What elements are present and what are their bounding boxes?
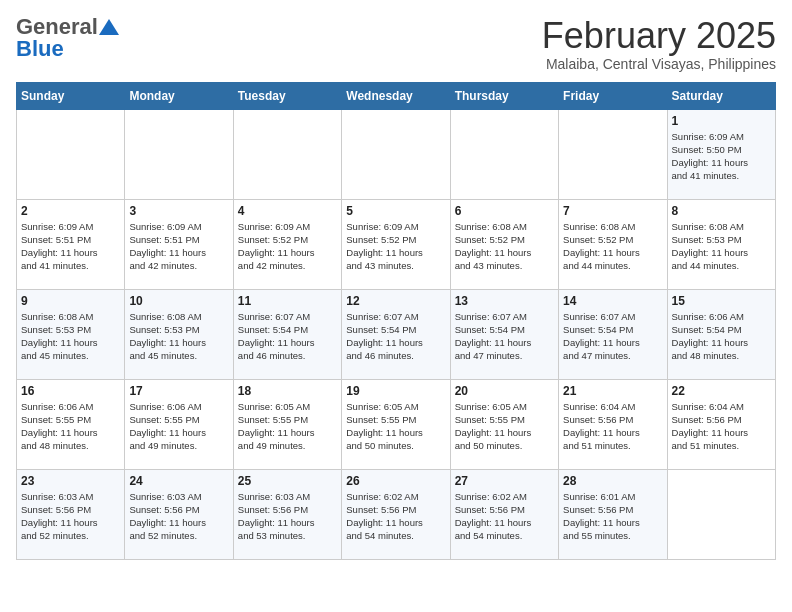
calendar-cell: 21Sunrise: 6:04 AM Sunset: 5:56 PM Dayli… [559, 379, 667, 469]
calendar-cell: 23Sunrise: 6:03 AM Sunset: 5:56 PM Dayli… [17, 469, 125, 559]
calendar-cell: 20Sunrise: 6:05 AM Sunset: 5:55 PM Dayli… [450, 379, 558, 469]
day-info: Sunrise: 6:08 AM Sunset: 5:52 PM Dayligh… [563, 220, 662, 273]
calendar-cell: 8Sunrise: 6:08 AM Sunset: 5:53 PM Daylig… [667, 199, 775, 289]
title-block: February 2025 Malaiba, Central Visayas, … [542, 16, 776, 72]
calendar-cell [667, 469, 775, 559]
day-info: Sunrise: 6:02 AM Sunset: 5:56 PM Dayligh… [455, 490, 554, 543]
day-number: 28 [563, 474, 662, 488]
day-info: Sunrise: 6:07 AM Sunset: 5:54 PM Dayligh… [346, 310, 445, 363]
calendar-cell [450, 109, 558, 199]
day-number: 8 [672, 204, 771, 218]
weekday-header-monday: Monday [125, 82, 233, 109]
day-number: 23 [21, 474, 120, 488]
logo-blue-text: Blue [16, 36, 64, 61]
calendar-cell: 18Sunrise: 6:05 AM Sunset: 5:55 PM Dayli… [233, 379, 341, 469]
day-info: Sunrise: 6:09 AM Sunset: 5:51 PM Dayligh… [129, 220, 228, 273]
weekday-header-tuesday: Tuesday [233, 82, 341, 109]
day-number: 25 [238, 474, 337, 488]
calendar-cell: 2Sunrise: 6:09 AM Sunset: 5:51 PM Daylig… [17, 199, 125, 289]
calendar-cell: 14Sunrise: 6:07 AM Sunset: 5:54 PM Dayli… [559, 289, 667, 379]
calendar-week-row: 16Sunrise: 6:06 AM Sunset: 5:55 PM Dayli… [17, 379, 776, 469]
day-info: Sunrise: 6:08 AM Sunset: 5:53 PM Dayligh… [672, 220, 771, 273]
day-number: 15 [672, 294, 771, 308]
day-number: 24 [129, 474, 228, 488]
day-number: 19 [346, 384, 445, 398]
calendar-cell: 26Sunrise: 6:02 AM Sunset: 5:56 PM Dayli… [342, 469, 450, 559]
day-info: Sunrise: 6:06 AM Sunset: 5:55 PM Dayligh… [129, 400, 228, 453]
day-info: Sunrise: 6:04 AM Sunset: 5:56 PM Dayligh… [563, 400, 662, 453]
day-info: Sunrise: 6:09 AM Sunset: 5:50 PM Dayligh… [672, 130, 771, 183]
calendar-cell: 3Sunrise: 6:09 AM Sunset: 5:51 PM Daylig… [125, 199, 233, 289]
calendar-cell: 19Sunrise: 6:05 AM Sunset: 5:55 PM Dayli… [342, 379, 450, 469]
calendar-cell: 16Sunrise: 6:06 AM Sunset: 5:55 PM Dayli… [17, 379, 125, 469]
day-number: 12 [346, 294, 445, 308]
weekday-header-saturday: Saturday [667, 82, 775, 109]
logo-general-text: General [16, 16, 98, 38]
weekday-header-row: SundayMondayTuesdayWednesdayThursdayFrid… [17, 82, 776, 109]
day-info: Sunrise: 6:05 AM Sunset: 5:55 PM Dayligh… [346, 400, 445, 453]
calendar-cell [17, 109, 125, 199]
calendar-cell [342, 109, 450, 199]
calendar-cell: 10Sunrise: 6:08 AM Sunset: 5:53 PM Dayli… [125, 289, 233, 379]
logo-icon [99, 19, 119, 35]
day-info: Sunrise: 6:06 AM Sunset: 5:55 PM Dayligh… [21, 400, 120, 453]
calendar-cell: 12Sunrise: 6:07 AM Sunset: 5:54 PM Dayli… [342, 289, 450, 379]
day-info: Sunrise: 6:09 AM Sunset: 5:52 PM Dayligh… [346, 220, 445, 273]
calendar-cell: 9Sunrise: 6:08 AM Sunset: 5:53 PM Daylig… [17, 289, 125, 379]
calendar-cell: 11Sunrise: 6:07 AM Sunset: 5:54 PM Dayli… [233, 289, 341, 379]
day-number: 27 [455, 474, 554, 488]
day-info: Sunrise: 6:08 AM Sunset: 5:52 PM Dayligh… [455, 220, 554, 273]
day-number: 1 [672, 114, 771, 128]
day-info: Sunrise: 6:07 AM Sunset: 5:54 PM Dayligh… [238, 310, 337, 363]
calendar-cell: 17Sunrise: 6:06 AM Sunset: 5:55 PM Dayli… [125, 379, 233, 469]
weekday-header-friday: Friday [559, 82, 667, 109]
weekday-header-thursday: Thursday [450, 82, 558, 109]
day-info: Sunrise: 6:09 AM Sunset: 5:52 PM Dayligh… [238, 220, 337, 273]
logo: General Blue [16, 16, 120, 60]
day-info: Sunrise: 6:03 AM Sunset: 5:56 PM Dayligh… [238, 490, 337, 543]
calendar-cell: 4Sunrise: 6:09 AM Sunset: 5:52 PM Daylig… [233, 199, 341, 289]
day-number: 9 [21, 294, 120, 308]
day-number: 10 [129, 294, 228, 308]
calendar-cell: 6Sunrise: 6:08 AM Sunset: 5:52 PM Daylig… [450, 199, 558, 289]
weekday-header-wednesday: Wednesday [342, 82, 450, 109]
page-header: General Blue February 2025 Malaiba, Cent… [16, 16, 776, 72]
calendar-cell: 1Sunrise: 6:09 AM Sunset: 5:50 PM Daylig… [667, 109, 775, 199]
calendar-cell: 24Sunrise: 6:03 AM Sunset: 5:56 PM Dayli… [125, 469, 233, 559]
day-number: 17 [129, 384, 228, 398]
day-info: Sunrise: 6:03 AM Sunset: 5:56 PM Dayligh… [129, 490, 228, 543]
day-info: Sunrise: 6:01 AM Sunset: 5:56 PM Dayligh… [563, 490, 662, 543]
day-number: 6 [455, 204, 554, 218]
day-number: 3 [129, 204, 228, 218]
day-number: 7 [563, 204, 662, 218]
calendar-week-row: 9Sunrise: 6:08 AM Sunset: 5:53 PM Daylig… [17, 289, 776, 379]
calendar-cell [125, 109, 233, 199]
calendar-cell: 13Sunrise: 6:07 AM Sunset: 5:54 PM Dayli… [450, 289, 558, 379]
calendar-table: SundayMondayTuesdayWednesdayThursdayFrid… [16, 82, 776, 560]
calendar-cell: 28Sunrise: 6:01 AM Sunset: 5:56 PM Dayli… [559, 469, 667, 559]
month-year-title: February 2025 [542, 16, 776, 56]
day-info: Sunrise: 6:03 AM Sunset: 5:56 PM Dayligh… [21, 490, 120, 543]
calendar-cell: 7Sunrise: 6:08 AM Sunset: 5:52 PM Daylig… [559, 199, 667, 289]
day-info: Sunrise: 6:06 AM Sunset: 5:54 PM Dayligh… [672, 310, 771, 363]
day-info: Sunrise: 6:05 AM Sunset: 5:55 PM Dayligh… [238, 400, 337, 453]
day-info: Sunrise: 6:04 AM Sunset: 5:56 PM Dayligh… [672, 400, 771, 453]
calendar-week-row: 1Sunrise: 6:09 AM Sunset: 5:50 PM Daylig… [17, 109, 776, 199]
day-number: 2 [21, 204, 120, 218]
calendar-cell: 22Sunrise: 6:04 AM Sunset: 5:56 PM Dayli… [667, 379, 775, 469]
calendar-cell: 5Sunrise: 6:09 AM Sunset: 5:52 PM Daylig… [342, 199, 450, 289]
svg-marker-0 [99, 19, 119, 35]
day-number: 13 [455, 294, 554, 308]
calendar-cell [559, 109, 667, 199]
day-number: 26 [346, 474, 445, 488]
weekday-header-sunday: Sunday [17, 82, 125, 109]
day-info: Sunrise: 6:07 AM Sunset: 5:54 PM Dayligh… [563, 310, 662, 363]
day-number: 21 [563, 384, 662, 398]
location-subtitle: Malaiba, Central Visayas, Philippines [542, 56, 776, 72]
calendar-cell: 27Sunrise: 6:02 AM Sunset: 5:56 PM Dayli… [450, 469, 558, 559]
day-number: 4 [238, 204, 337, 218]
day-info: Sunrise: 6:08 AM Sunset: 5:53 PM Dayligh… [129, 310, 228, 363]
day-number: 5 [346, 204, 445, 218]
calendar-week-row: 2Sunrise: 6:09 AM Sunset: 5:51 PM Daylig… [17, 199, 776, 289]
day-number: 11 [238, 294, 337, 308]
